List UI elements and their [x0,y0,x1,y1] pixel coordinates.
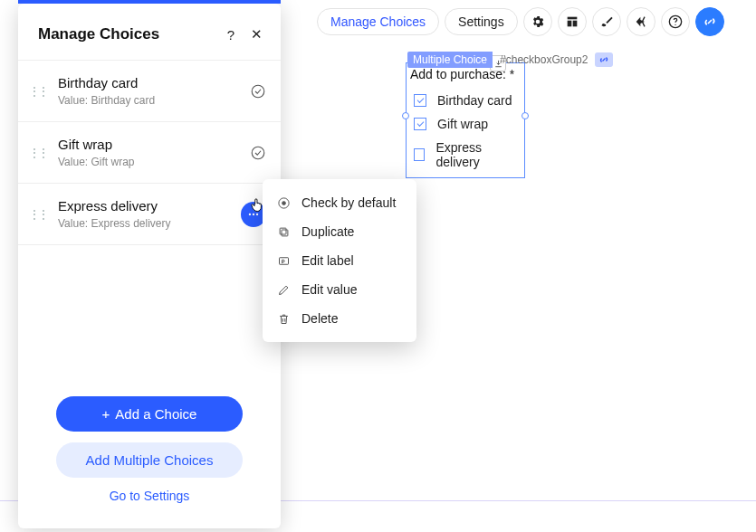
choice-row[interactable]: ⋮⋮ Express delivery Value: Express deliv… [18,184,281,245]
choice-label: Birthday card [58,75,239,90]
plus-icon: + [102,406,110,422]
choice-value: Value: Express delivery [58,217,230,230]
option-label: Express delivery [435,140,517,169]
animation-icon[interactable] [627,7,656,36]
option-label: Gift wrap [437,117,488,131]
svg-point-5 [252,85,264,98]
resize-handle-left[interactable] [402,112,409,119]
choice-value: Value: Gift wrap [58,156,239,168]
help-icon[interactable] [661,7,690,36]
pointer-cursor-icon [249,197,265,217]
drag-handle-icon[interactable]: ⋮⋮ [29,147,47,159]
ctx-duplicate[interactable]: Duplicate [263,217,416,246]
settings-tab[interactable]: Settings [445,8,518,35]
element-type-label: Multiple Choice [407,52,493,68]
checkbox-icon[interactable] [414,148,425,161]
drag-handle-icon[interactable]: ⋮⋮ [29,208,47,221]
svg-point-4 [675,24,675,25]
choice-list: ⋮⋮ Birthday card Value: Birthday card ⋮⋮… [18,60,281,245]
brush-icon[interactable] [592,7,621,36]
option-label: Birthday card [437,93,512,108]
choice-value: Value: Birthday card [58,94,239,107]
context-menu: Check by default Duplicate Edit label Ed… [263,179,416,342]
ctx-edit-label[interactable]: Edit label [263,246,416,275]
choice-label: Gift wrap [58,137,239,152]
svg-rect-0 [567,17,577,20]
add-choice-button[interactable]: +Add a Choice [56,396,243,432]
resize-handle-right[interactable] [522,112,529,119]
svg-rect-14 [280,257,289,264]
svg-rect-13 [280,228,286,234]
svg-rect-1 [567,21,571,27]
checked-indicator-icon [250,145,266,161]
ctx-edit-value[interactable]: Edit value [263,275,416,304]
connect-icon[interactable] [695,7,724,36]
choice-row[interactable]: ⋮⋮ Birthday card Value: Birthday card [18,61,281,122]
choice-label: Express delivery [58,198,230,214]
checkbox-icon[interactable] [414,94,426,107]
checkbox-icon[interactable] [414,118,426,130]
svg-rect-2 [572,21,577,27]
gear-icon[interactable] [523,7,552,36]
svg-rect-12 [282,230,288,236]
choice-row[interactable]: ⋮⋮ Gift wrap Value: Gift wrap [18,122,281,184]
checkbox-option[interactable]: Express delivery [407,136,524,174]
checked-indicator-icon [250,83,266,100]
drag-handle-icon[interactable]: ⋮⋮ [29,85,47,98]
checkbox-option[interactable]: Birthday card [407,89,524,112]
panel-help-icon[interactable]: ? [227,27,234,43]
svg-point-11 [282,201,286,204]
checkbox-group-widget[interactable]: Add to purchase: * Birthday card Gift wr… [406,62,525,178]
panel-title: Manage Choices [38,25,159,43]
ctx-delete[interactable]: Delete [263,304,416,333]
connect-data-icon[interactable] [595,52,613,67]
add-multiple-choices-button[interactable]: Add Multiple Choices [56,442,243,478]
editor-toolbar: Manage Choices Settings [317,7,724,36]
manage-choices-panel: Manage Choices ? ✕ ⋮⋮ Birthday card Valu… [18,4,281,528]
go-to-settings-link[interactable]: Go to Settings [110,489,190,503]
layout-icon[interactable] [558,7,587,36]
element-badge: Multiple Choice #checkboxGroup2 [407,52,613,68]
svg-point-6 [252,147,264,159]
element-id-label: #checkboxGroup2 [496,52,591,68]
manage-choices-tab[interactable]: Manage Choices [317,8,439,35]
checkbox-option[interactable]: Gift wrap [407,112,524,136]
close-icon[interactable]: ✕ [251,26,263,43]
ctx-check-default[interactable]: Check by default [263,188,416,217]
